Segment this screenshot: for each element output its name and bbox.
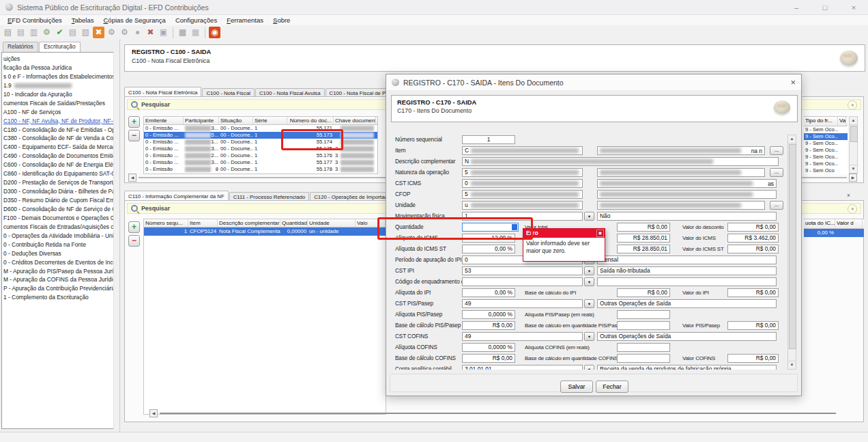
tree-item[interactable]: 1.9 (2, 81, 114, 90)
column-header[interactable]: Número do doc... (287, 117, 334, 124)
table-row[interactable]: 0 - Emissão ... 2... 00 - Docume... 1 55… (144, 152, 377, 159)
tree-item[interactable]: D350 - Resumo Diário de Cupom Fiscal Emi… (2, 196, 114, 205)
tree-item[interactable]: 0 - Operações da Atividade Imobiliária -… (2, 232, 114, 240)
horizontal-scrollbar[interactable] (160, 413, 836, 414)
tree-item[interactable]: ficação da Pessoa Jurídica (2, 64, 114, 72)
field-input[interactable]: 0,00 % (462, 245, 515, 253)
scroll-left-icon[interactable]: ◀ (149, 409, 158, 417)
chevron-double-down-icon[interactable]: » (848, 100, 857, 110)
column-header[interactable]: Unidade (308, 219, 356, 227)
column-header[interactable]: Quantidade (280, 219, 308, 227)
field-input[interactable]: 5 (462, 190, 583, 199)
restore-button[interactable]: □ (811, 0, 839, 15)
dropdown-button[interactable]: ▼ (584, 212, 594, 221)
scroll-up-icon[interactable]: ▲ (850, 117, 857, 125)
field-value-input-2[interactable]: R$ 0,00 (727, 354, 779, 363)
import-gears-icon[interactable]: ⚙ (41, 27, 53, 38)
tree-item[interactable]: C490 - Consolidação de Documentos Emitid… (2, 152, 114, 161)
tree-item[interactable]: C400 - Equipamento ECF- Saída de Mercado… (2, 143, 114, 152)
table-row[interactable]: 9 - Sem Oco... (804, 147, 848, 154)
column-header[interactable]: Série (253, 117, 287, 124)
table-row[interactable]: 0,00 % (804, 229, 864, 237)
field-input[interactable]: 1 (462, 135, 515, 144)
field-input[interactable]: R$ 0,00 (462, 321, 515, 330)
field-value-input[interactable]: R$ 0,00 (617, 288, 670, 297)
tree-item[interactable]: C860 - Identificação do Equipamento SAT-… (2, 169, 114, 178)
close-dialog-button[interactable]: Fechar (596, 381, 628, 393)
tab[interactable]: C111 - Processo Referenciado (229, 192, 309, 200)
tree-item[interactable]: 0 - Créditos Decorrentes de Eventos de I… (2, 258, 114, 267)
table-row[interactable]: 9 - Sem Oco... (804, 154, 848, 161)
table-row[interactable]: 9 - Sem Oco... (804, 161, 848, 167)
field-input[interactable]: 0,00 % (462, 288, 515, 297)
remove-item-button[interactable]: − (128, 235, 140, 247)
scroll-right-icon[interactable]: ▶ (849, 174, 857, 182)
table-row[interactable]: 1 CFOP5124 - ... Nota Fiscal Complementa… (144, 227, 386, 236)
field-value-input[interactable] (617, 343, 670, 352)
column-header[interactable]: Emitente (144, 117, 184, 124)
field-input[interactable]: 5 (462, 168, 583, 177)
dropdown-button[interactable]: ▼ (584, 299, 594, 308)
save-button[interactable]: Salvar (560, 381, 593, 393)
lookup-button[interactable]: ... (770, 168, 783, 177)
field-value-input-2[interactable]: R$ 0,00 (727, 245, 779, 253)
lookup-button[interactable]: ... (770, 201, 783, 210)
remove-doc-icon[interactable]: ✖ (145, 27, 156, 38)
field-value-input-2[interactable]: R$ 0,00 (727, 223, 779, 232)
field-input[interactable] (462, 277, 583, 286)
tab[interactable]: C120 - Operações de Importação (310, 192, 397, 200)
tree-item[interactable]: D600 - Consolidação de NF de Serviço de … (2, 205, 114, 214)
tree-item[interactable]: 1 - Complemento da Escrituração (2, 293, 114, 302)
tree-item[interactable]: 0 - Deduções Diversas (2, 249, 114, 258)
column-header[interactable]: uota do IC... (804, 219, 835, 228)
column-header[interactable]: Número sequ... (144, 219, 188, 227)
add-item-button[interactable]: + (128, 221, 140, 233)
menu-configuracoes[interactable]: Configurações (171, 16, 222, 24)
scroll-up-icon[interactable]: ▲ (788, 135, 796, 143)
field-input[interactable]: 0,0000 % (462, 310, 515, 319)
save-icon[interactable]: ▦ (177, 27, 188, 38)
dialog-close-icon[interactable]: × (790, 77, 796, 87)
field-value-input[interactable]: R$ 28.850,01 (617, 234, 670, 243)
menu-sobre[interactable]: Sobre (268, 16, 295, 24)
field-input[interactable]: 49 (462, 332, 583, 341)
field-value-input[interactable]: R$ 0,00 (617, 223, 670, 232)
add-row-button[interactable]: + (128, 116, 140, 128)
tree-item[interactable]: A100 - NF de Serviços (2, 108, 114, 117)
sidebar-scrollbar[interactable] (113, 52, 119, 429)
dropdown-button[interactable]: ▼ (584, 266, 594, 275)
tree-item[interactable]: cumentos Fiscais de Saídas/Prestações (2, 99, 114, 108)
tab[interactable]: C100 - Nota Fiscal Avulsa (255, 88, 325, 96)
scroll-down-icon[interactable]: ▼ (850, 165, 857, 173)
tree-item[interactable]: cumentos Fiscais de Entradas/Aquisições … (2, 223, 114, 232)
tree-item[interactable]: 10 - Indicador da Apuração (2, 90, 114, 99)
table-row[interactable]: 0 - Emissão ... 3... 00 - Docume... 1 55… (144, 159, 377, 166)
new-record-icon[interactable]: ▤ (2, 27, 14, 38)
scroll-left-icon[interactable]: ◀ (128, 174, 136, 182)
column-header[interactable]: Descrição complementar (218, 219, 280, 227)
field-input[interactable]: u (462, 201, 583, 210)
table-row[interactable]: 9 - Sem Oco... (804, 140, 848, 147)
tree-item[interactable]: C180 - Consolidação de NF-e Emitidas - O… (2, 126, 114, 135)
toolbar-separator[interactable] (205, 27, 205, 38)
tree-item[interactable]: C380 - Consolidação de NF de Venda a Con… (2, 134, 114, 143)
table-row[interactable]: 9 - Sem Oco (804, 167, 848, 174)
column-header[interactable]: Item (188, 219, 218, 227)
tree-item[interactable]: C600 - Consolidação de NF de Energia Elé… (2, 161, 114, 169)
tree-item[interactable]: 0 - Contribuição Retida na Fonte (2, 240, 114, 249)
tab[interactable]: C100 - Nota Fiscal (202, 88, 255, 96)
save-all-icon[interactable]: ▦ (190, 27, 201, 38)
scroll-thumb[interactable] (789, 144, 796, 349)
vertical-scrollbar[interactable]: ▲ ▼ (849, 116, 858, 174)
field-input[interactable]: 0 (462, 179, 583, 188)
lookup-button[interactable]: ... (770, 146, 783, 155)
process-doc-icon[interactable]: ⚙ (106, 27, 117, 38)
field-value-input[interactable] (617, 310, 670, 319)
dialog-scrollbar[interactable]: ▲ ▼ (787, 135, 796, 370)
tree-item[interactable]: P - Apuração da Contribuição Previdenciá… (2, 284, 114, 293)
dropdown-button[interactable]: ▼ (584, 365, 594, 370)
exit-power-icon[interactable]: ◉ (209, 27, 220, 38)
dropdown-button[interactable]: ▼ (584, 332, 594, 341)
field-value-input[interactable]: R$ 28.850,01 (617, 245, 670, 253)
close-error-icon[interactable]: ✖ (596, 230, 604, 237)
